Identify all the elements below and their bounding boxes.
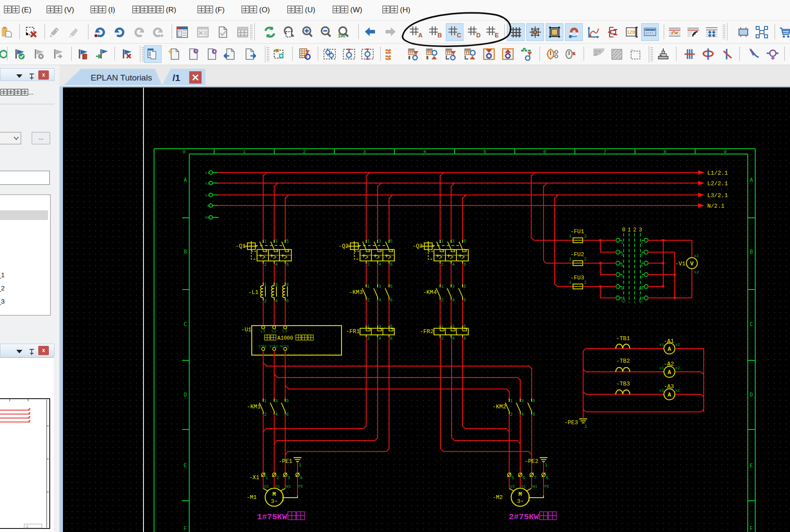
svg-text:1: 1 <box>441 239 444 244</box>
svg-text:N/2.1: N/2.1 <box>707 203 724 209</box>
svg-text:12: 12 <box>638 298 643 303</box>
svg-text:1: 1 <box>264 399 267 404</box>
svg-text:1: 1 <box>367 239 370 244</box>
svg-text:L2/2.1: L2/2.1 <box>707 180 728 187</box>
svg-text:4: 4 <box>378 336 381 341</box>
svg-text:F: F <box>750 526 753 532</box>
svg-text:4: 4 <box>452 298 455 303</box>
svg-text:5: 5 <box>286 399 289 404</box>
svg-text:5: 5 <box>511 476 514 481</box>
svg-text:2: 2 <box>584 257 587 262</box>
svg-text:2: 2 <box>303 149 306 154</box>
svg-text:1: 1 <box>441 284 444 289</box>
svg-text:0: 0 <box>183 149 186 154</box>
svg-text:1: 1 <box>243 149 246 154</box>
svg-text:U1: U1 <box>510 484 515 489</box>
svg-text:1: 1 <box>264 283 267 287</box>
svg-text:2: 2 <box>441 298 444 303</box>
svg-text:N: N <box>207 204 209 208</box>
svg-text:1: 1 <box>584 424 587 429</box>
svg-text:-FU3: -FU3 <box>570 275 584 281</box>
svg-text:-Q2: -Q2 <box>338 243 349 249</box>
svg-text:10: 10 <box>638 287 643 291</box>
svg-text:L2: L2 <box>205 181 209 185</box>
svg-text:E: E <box>184 463 187 469</box>
svg-text:x1: x1 <box>694 254 699 258</box>
svg-text:3: 3 <box>275 239 278 244</box>
svg-text:6: 6 <box>641 264 643 268</box>
svg-text:3: 3 <box>378 239 381 244</box>
svg-text:M: M <box>518 491 522 498</box>
svg-text:3~: 3~ <box>271 499 277 505</box>
svg-text:L3: L3 <box>205 193 209 197</box>
svg-text:3: 3 <box>621 253 623 257</box>
svg-text:-A1: -A1 <box>664 338 674 345</box>
svg-text:2: 2 <box>367 262 370 267</box>
svg-text:1: 1 <box>367 324 370 329</box>
svg-text:-L1: -L1 <box>248 289 259 296</box>
svg-text:6: 6 <box>522 476 525 481</box>
svg-text:x2: x2 <box>675 389 680 393</box>
svg-text:4: 4 <box>378 298 381 303</box>
svg-text:7: 7 <box>603 149 606 154</box>
svg-text:x2: x2 <box>675 343 680 347</box>
svg-text:5: 5 <box>390 239 393 244</box>
svg-text:5: 5 <box>286 283 289 287</box>
svg-text:5: 5 <box>390 324 393 329</box>
svg-text:C: C <box>184 322 187 328</box>
svg-text:-M1: -M1 <box>246 494 257 501</box>
svg-text:2: 2 <box>264 299 267 304</box>
svg-text:-U1: -U1 <box>241 327 252 333</box>
svg-text:7: 7 <box>534 476 536 481</box>
svg-text:4: 4 <box>275 262 278 267</box>
svg-text:3: 3 <box>452 324 455 329</box>
svg-text:U1: U1 <box>264 484 269 489</box>
svg-text:-Q3: -Q3 <box>412 243 423 249</box>
svg-text:6: 6 <box>286 262 289 267</box>
svg-text:A: A <box>668 369 671 376</box>
svg-text:6: 6 <box>286 412 289 417</box>
svg-text:2: 2 <box>264 262 267 267</box>
svg-text:6: 6 <box>463 336 466 341</box>
svg-text:x2: x2 <box>694 270 699 275</box>
svg-text:1: 1 <box>265 476 268 481</box>
svg-text:-KM2: -KM2 <box>492 404 506 410</box>
svg-text:2: 2 <box>441 262 444 267</box>
svg-text:5: 5 <box>483 149 486 154</box>
svg-text:A1000: A1000 <box>277 335 293 341</box>
svg-text:x2: x2 <box>675 366 680 371</box>
svg-text:6: 6 <box>390 298 393 303</box>
svg-text:0: 0 <box>622 227 625 233</box>
svg-text:2#75KW: 2#75KW <box>509 512 539 522</box>
svg-text:-X1: -X1 <box>249 474 260 481</box>
svg-text:6: 6 <box>286 299 289 304</box>
svg-text:-A3: -A3 <box>664 383 674 390</box>
svg-text:W1: W1 <box>533 484 537 489</box>
svg-text:6: 6 <box>390 336 393 341</box>
svg-text:B: B <box>750 249 753 255</box>
svg-text:3: 3 <box>639 227 642 233</box>
svg-text:-M2: -M2 <box>492 494 503 501</box>
svg-text:L3/2.1: L3/2.1 <box>707 192 728 199</box>
svg-text:L1/2.1: L1/2.1 <box>707 170 728 176</box>
svg-text:L1: L1 <box>205 171 209 175</box>
svg-text:3: 3 <box>275 399 278 404</box>
svg-text:1: 1 <box>621 241 623 245</box>
svg-text:2: 2 <box>367 336 370 341</box>
svg-text:3: 3 <box>287 476 290 481</box>
svg-text:6: 6 <box>463 262 466 267</box>
svg-text:A: A <box>184 177 187 183</box>
svg-text:-V1: -V1 <box>675 260 686 267</box>
svg-text:2: 2 <box>367 298 370 303</box>
svg-text:3: 3 <box>275 283 278 287</box>
svg-text:F: F <box>184 526 187 532</box>
svg-text:-KM4: -KM4 <box>423 289 437 296</box>
svg-text:A: A <box>750 177 753 183</box>
svg-text:6: 6 <box>390 262 393 267</box>
svg-text:4: 4 <box>300 476 302 481</box>
svg-text:1: 1 <box>545 463 547 468</box>
svg-text:-PE1: -PE1 <box>279 458 292 465</box>
svg-text:8: 8 <box>546 476 548 481</box>
svg-text:5: 5 <box>463 284 466 289</box>
svg-text:U/R1: U/R1 <box>258 344 267 348</box>
